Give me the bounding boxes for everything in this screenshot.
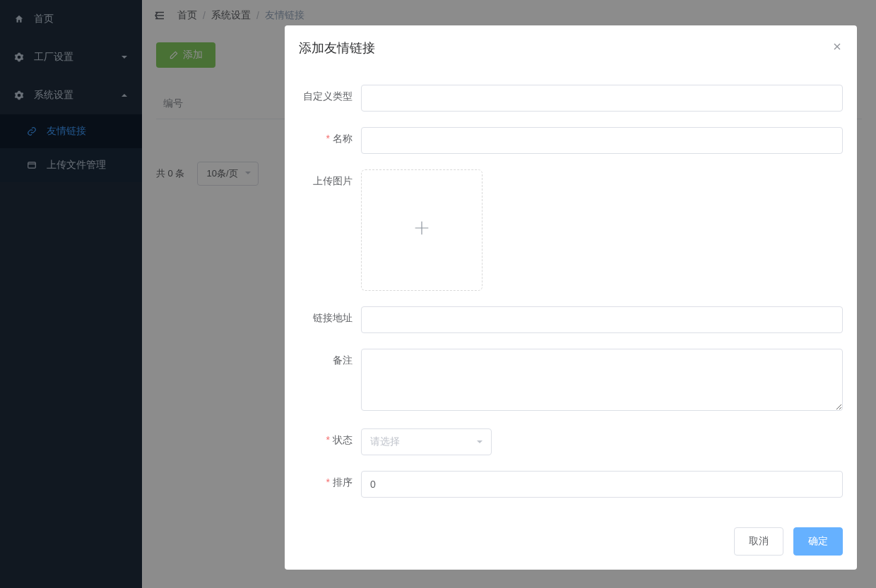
field-custom-type: 自定义类型 [299, 85, 843, 112]
custom-type-label: 自定义类型 [299, 85, 361, 103]
add-link-dialog: 添加友情链接 自定义类型 名称 上传图片 链接地址 [285, 25, 857, 570]
upload-label: 上传图片 [299, 169, 361, 188]
url-input[interactable] [361, 306, 843, 333]
sort-label: 排序 [299, 471, 361, 489]
dialog-body: 自定义类型 名称 上传图片 链接地址 备注 [285, 64, 857, 520]
status-placeholder: 请选择 [370, 436, 400, 448]
cancel-button[interactable]: 取消 [734, 527, 783, 556]
custom-type-input[interactable] [361, 85, 843, 112]
sort-input[interactable] [361, 471, 843, 498]
field-name: 名称 [299, 127, 843, 154]
remark-label: 备注 [299, 349, 361, 367]
status-label: 状态 [299, 428, 361, 447]
upload-image-box[interactable] [361, 169, 483, 291]
field-url: 链接地址 [299, 306, 843, 333]
field-remark: 备注 [299, 349, 843, 413]
name-input[interactable] [361, 127, 843, 154]
plus-icon [412, 218, 432, 243]
field-sort: 排序 [299, 471, 843, 498]
dialog-header: 添加友情链接 [285, 25, 857, 64]
dialog-footer: 取消 确定 [285, 520, 857, 570]
confirm-button[interactable]: 确定 [793, 527, 843, 556]
field-upload: 上传图片 [299, 169, 843, 291]
dialog-title: 添加友情链接 [299, 40, 375, 56]
url-label: 链接地址 [299, 306, 361, 325]
field-status: 状态 请选择 [299, 428, 843, 455]
status-select[interactable]: 请选择 [361, 428, 492, 455]
close-icon[interactable] [831, 41, 843, 56]
remark-textarea[interactable] [361, 349, 843, 411]
name-label: 名称 [299, 127, 361, 145]
